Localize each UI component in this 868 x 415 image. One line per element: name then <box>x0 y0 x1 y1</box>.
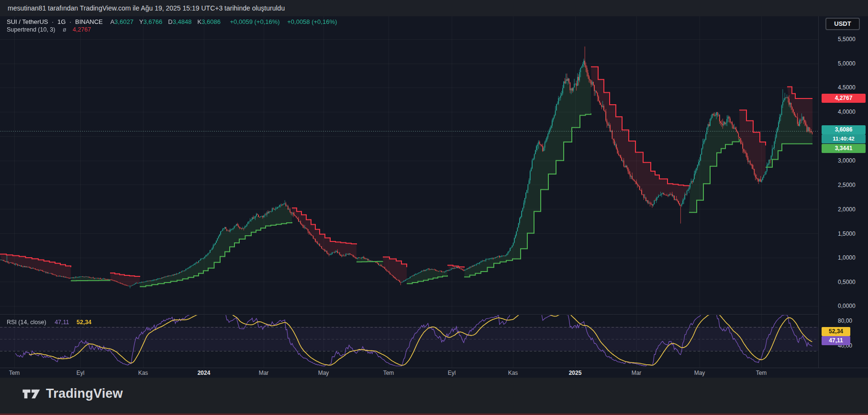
supertrend-value: 4,2767 <box>73 26 91 33</box>
rsi-label: RSI (14, close) <box>7 319 46 326</box>
price-axis[interactable]: USDT 5,50005,00004,50004,00003,00002,500… <box>818 16 868 368</box>
tradingview-logo-icon <box>22 388 41 400</box>
tradingview-wordmark: TradingView <box>46 386 123 401</box>
price-axis-label: 2,0000 <box>838 206 856 213</box>
ohlc-value: 3,6766 <box>144 18 163 25</box>
time-axis-month-label: Tem <box>756 370 767 376</box>
price-axis-label: 1,0000 <box>838 254 856 261</box>
change-absolute: +0,0059 (+0,16%) <box>230 18 280 25</box>
ohlc-value: 3,6027 <box>114 18 134 25</box>
time-axis-month-label: May <box>318 370 329 376</box>
exchange-label: BINANCE <box>75 18 103 25</box>
interval-label: 1G <box>57 18 66 25</box>
price-axis-label: 5,0000 <box>838 60 856 67</box>
legend-separator: · <box>52 18 54 25</box>
time-axis-month-label: Mar <box>259 370 269 376</box>
time-axis-month-label: Eyl <box>77 370 85 376</box>
rsi-legend: RSI (14, close) 47,11 52,34 <box>7 319 93 326</box>
ohlc-values: A3,6027Y3,6766D3,4848K3,6086 <box>106 18 222 25</box>
rsi-ma-value: 52,34 <box>77 319 91 326</box>
time-axis[interactable]: TemEylKas2024MarMayTemEylKas2025MarMayTe… <box>0 368 868 378</box>
supertrend-up-badge: 3,3441 <box>822 144 866 153</box>
legend-separator: · <box>69 18 71 25</box>
supertrend-legend: Supertrend (10, 3) ø 4,2767 <box>7 26 93 33</box>
time-axis-month-label: Tem <box>9 370 20 376</box>
change-percent: +0,0058 (+0,16%) <box>287 18 337 25</box>
price-chart-canvas[interactable] <box>0 16 818 368</box>
ohlc-key: K <box>197 18 201 25</box>
rsi-badge: 47,11 <box>822 336 850 345</box>
time-axis-month-label: Eyl <box>448 370 456 376</box>
time-axis-year-label: 2024 <box>198 370 211 376</box>
time-axis-month-label: May <box>694 370 705 376</box>
currency-toggle-button[interactable]: USDT <box>825 18 860 30</box>
attribution-text: mesutinan81 tarafından TradingView.com i… <box>8 4 285 12</box>
ohlc-key: A <box>110 18 114 25</box>
time-axis-month-label: Kas <box>138 370 148 376</box>
time-axis-year-label: 2025 <box>569 370 582 376</box>
phi-icon: ø <box>63 26 67 33</box>
time-axis-month-label: Mar <box>632 370 642 376</box>
symbol-name: SUI / TetherUS <box>7 18 48 25</box>
tradingview-logo[interactable]: TradingView <box>22 386 123 401</box>
tradingview-snapshot: mesutinan81 tarafından TradingView.com i… <box>0 0 868 415</box>
price-axis-label: 0,5000 <box>838 279 856 285</box>
price-axis-label: 5,5000 <box>838 36 856 43</box>
footer-bar: TradingView <box>0 378 868 414</box>
time-axis-month-label: Tem <box>383 370 394 376</box>
supertrend-value-badge: 4,2767 <box>822 94 866 103</box>
supertrend-label: Supertrend (10, 3) <box>7 26 55 33</box>
ohlc-key: Y <box>139 18 144 25</box>
symbol-legend: SUI / TetherUS · 1G · BINANCE A3,6027Y3,… <box>7 18 339 25</box>
last-price-badge: 3,6086 <box>822 125 866 134</box>
price-axis-label: 1,5000 <box>838 230 856 237</box>
ohlc-value: 3,6086 <box>201 18 221 25</box>
price-axis-label: 4,0000 <box>838 109 856 115</box>
rsi-axis-label: 80,00 <box>838 317 852 324</box>
price-axis-label: 3,0000 <box>838 157 856 164</box>
attribution-bar: mesutinan81 tarafından TradingView.com i… <box>0 0 868 16</box>
ohlc-value: 3,4848 <box>173 18 192 25</box>
price-axis-label: 0,0000 <box>838 303 856 309</box>
price-axis-label: 4,5000 <box>838 84 856 91</box>
ohlc-key: D <box>168 18 172 25</box>
rsi-badge: 52,34 <box>822 327 850 336</box>
countdown-badge: 11:40:42 <box>822 134 866 143</box>
time-axis-month-label: Kas <box>508 370 518 376</box>
chart-area: SUI / TetherUS · 1G · BINANCE A3,6027Y3,… <box>0 16 868 368</box>
rsi-value: 47,11 <box>55 319 69 326</box>
price-axis-label: 2,5000 <box>838 182 856 188</box>
